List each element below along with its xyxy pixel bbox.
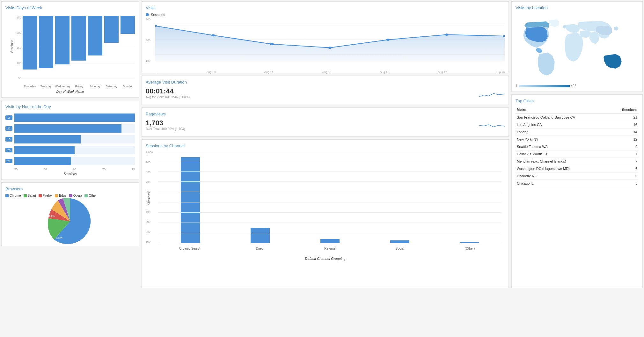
dow-x-axis-label: Day of Week Name: [5, 90, 135, 93]
world-map: [516, 13, 639, 83]
hbar-16: 16: [5, 114, 135, 122]
city-1-metro: San Francisco-Oakland-San Jose CA: [516, 114, 611, 121]
pageviews-sub: % of Total: 100.00% (1,703): [146, 127, 185, 131]
city-row-8: Washington DC (Hagerstown MD) 6: [516, 165, 639, 172]
bar-friday: [71, 16, 86, 80]
svg-text:12.2%: 12.2%: [56, 236, 63, 239]
sessions-dot: [146, 13, 149, 16]
city-4-metro: New York, NY: [516, 136, 611, 143]
city-7-metro: Meridian (exc. Channel Islands): [516, 158, 611, 165]
legend-safari: Safari: [24, 194, 36, 197]
map-legend-max: 402: [571, 84, 576, 88]
city-row-5: Seattle-Tacoma WA 9: [516, 143, 639, 150]
bar-thursday: [23, 16, 37, 80]
channel-bar-other: [438, 151, 501, 243]
avg-visit-duration-panel: Average Visit Duration 00:01:44 Avg for …: [142, 76, 509, 105]
visits-days-title: Visits Days of Week: [5, 5, 135, 10]
bar-saturday: [104, 16, 119, 80]
city-3-metro: London: [516, 128, 611, 136]
city-row-10: Chicago IL 5: [516, 180, 639, 187]
svg-point-11: [445, 33, 449, 36]
city-8-metro: Washington DC (Hagerstown MD): [516, 165, 611, 172]
city-row-3: London 14: [516, 128, 639, 136]
pageviews-value: 1,703: [146, 119, 185, 127]
map-legend: 1 402: [516, 84, 639, 88]
top-cities-table: Metro Sessions San Francisco-Oakland-San…: [516, 106, 639, 187]
visits-by-location-panel: Visits by Location: [511, 1, 643, 92]
hbar-15: 15: [5, 135, 135, 143]
pageviews-panel: Pageviews 1,703 % of Total: 100.00% (1,7…: [142, 107, 509, 137]
sessions-label: Sessions: [151, 13, 165, 17]
city-row-1: San Francisco-Oakland-San Jose CA 21: [516, 114, 639, 121]
legend-safari-label: Safari: [28, 194, 36, 197]
city-2-metro: Los Angeles CA: [516, 121, 611, 128]
city-row-9: Charlotte NC 5: [516, 172, 639, 180]
city-4-sessions: 12: [611, 136, 639, 143]
city-row-7: Meridian (exc. Channel Islands) 7: [516, 158, 639, 165]
pageviews-title: Pageviews: [146, 112, 505, 116]
channel-bar-social: [368, 151, 432, 243]
channel-bar-referral: [298, 151, 362, 243]
hour-x-axis-label: Sessions: [5, 172, 135, 176]
svg-point-8: [270, 43, 274, 45]
visits-panel: Visits Sessions 300 200 100: [142, 1, 509, 73]
svg-text:5.3%: 5.3%: [49, 215, 55, 217]
svg-point-9: [328, 47, 332, 49]
city-row-2: Los Angeles CA 16: [516, 121, 639, 128]
legend-chrome-label: Chrome: [10, 194, 21, 197]
visits-by-hour-panel: Visits by Hour of the Day 16 22: [1, 100, 139, 180]
city-row-6: Dallas-Ft. Worth TX 7: [516, 150, 639, 158]
channel-bar-direct: [228, 151, 292, 243]
sessions-by-channel-panel: Sessions by Channel 1,000 900 800 700 60…: [142, 139, 509, 288]
col-sessions: Sessions: [611, 106, 639, 114]
city-5-metro: Seattle-Tacoma WA: [516, 143, 611, 150]
legend-chrome: Chrome: [5, 194, 21, 197]
top-cities-panel: Top Cities Metro Sessions San Francisco-…: [511, 94, 643, 288]
sessions-by-channel-title: Sessions by Channel: [146, 143, 505, 148]
pageviews-mini-chart: [479, 119, 505, 133]
browsers-panel: Browsers Chrome Safari Firefox Edge: [1, 182, 139, 246]
channel-x-title: Default Channel Grouping: [146, 257, 505, 260]
bar-monday: [88, 16, 102, 80]
channel-bar-organic: [158, 151, 222, 243]
svg-marker-5: [155, 26, 505, 62]
visits-by-hour-title: Visits by Hour of the Day: [5, 104, 135, 109]
city-row-4: New York, NY 12: [516, 136, 639, 143]
svg-point-7: [211, 34, 215, 36]
avg-visit-mini-chart: [479, 87, 505, 101]
hbar-21: 21: [5, 157, 135, 165]
bar-tuesday: [39, 16, 53, 80]
city-6-metro: Dallas-Ft. Worth TX: [516, 150, 611, 158]
avg-visit-title: Average Visit Duration: [146, 80, 505, 84]
bar-wednesday: [55, 16, 70, 80]
visits-line-svg: [155, 18, 505, 69]
city-6-sessions: 7: [611, 150, 639, 158]
visits-by-location-title: Visits by Location: [516, 5, 639, 10]
avg-visit-sub: Avg for View: 00:01:44 (0.00%): [146, 95, 190, 99]
browsers-title: Browsers: [5, 187, 135, 191]
avg-visit-value: 00:01:44: [146, 87, 190, 95]
visits-days-of-week-panel: Visits Days of Week Sessions 250 200 150…: [1, 1, 139, 98]
city-3-sessions: 14: [611, 128, 639, 136]
city-9-sessions: 5: [611, 172, 639, 180]
visits-title: Visits: [146, 5, 505, 10]
city-5-sessions: 9: [611, 143, 639, 150]
hbar-20: 20: [5, 146, 135, 154]
city-10-metro: Chicago IL: [516, 180, 611, 187]
browsers-pie-chart: 12.2% 5.3%: [45, 196, 96, 247]
city-2-sessions: 16: [611, 121, 639, 128]
map-legend-min: 1: [516, 84, 517, 88]
bar-sunday: [121, 16, 135, 80]
svg-point-10: [386, 39, 390, 41]
city-7-sessions: 7: [611, 158, 639, 165]
dow-y-axis-label: Sessions: [10, 40, 14, 53]
city-9-metro: Charlotte NC: [516, 172, 611, 180]
hbar-22: 22: [5, 124, 135, 133]
city-1-sessions: 21: [611, 114, 639, 121]
top-cities-title: Top Cities: [516, 99, 639, 103]
city-10-sessions: 5: [611, 180, 639, 187]
col-metro: Metro: [516, 106, 611, 114]
city-8-sessions: 6: [611, 165, 639, 172]
